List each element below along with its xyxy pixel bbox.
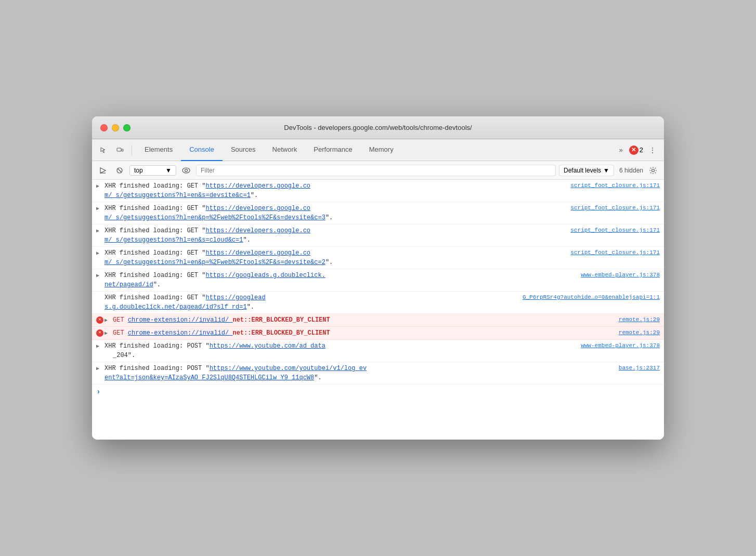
svg-marker-2 [100, 168, 106, 173]
log-message: XHR finished loading: GET "https://devel… [105, 204, 566, 222]
log-entry: ▶ XHR finished loading: GET "https://goo… [92, 269, 664, 292]
tab-sources[interactable]: Sources [223, 139, 264, 161]
console-prompt[interactable]: › [92, 385, 664, 399]
tab-console[interactable]: Console [181, 139, 223, 161]
get-label: GET [113, 316, 124, 324]
expand-icon[interactable]: ▶ [96, 342, 99, 350]
log-source[interactable]: remote.js:29 [619, 315, 660, 324]
maximize-button[interactable] [123, 124, 131, 131]
console-toolbar: top ▼ Default levels ▼ 6 hidden [92, 161, 664, 180]
xhr-link[interactable]: https://googleads.g.doubleclick.net/page… [105, 272, 325, 288]
tab-performance[interactable]: Performance [305, 139, 360, 161]
log-source[interactable]: www-embed-player.js:378 [581, 341, 660, 350]
device-icon [116, 147, 124, 154]
tab-bar: Elements Console Sources Network Perform… [136, 139, 613, 161]
error-circle-icon: ✕ [629, 145, 638, 155]
log-entry-error: ✕ ▶ GET chrome-extension://invalid/ net:… [92, 314, 664, 327]
block-icon [116, 167, 123, 174]
filter-input[interactable] [196, 165, 556, 176]
expand-icon[interactable]: ▶ [96, 227, 99, 235]
toolbar-end: ✕ 2 ⋮ [629, 143, 660, 157]
expand-icon[interactable]: ▶ [96, 272, 99, 280]
devtools-window: DevTools - developers.google.com/web/too… [92, 116, 664, 440]
error-text: net::ERR_BLOCKED_BY_CLIENT [232, 329, 330, 337]
error-text: net::ERR_BLOCKED_BY_CLIENT [232, 316, 330, 324]
log-source[interactable]: script_foot_closure.js:171 [570, 204, 660, 213]
error-count-area: ✕ 2 [629, 145, 643, 155]
log-source[interactable]: script_foot_closure.js:171 [570, 248, 660, 257]
log-entry-error: ✕ ▶ GET chrome-extension://invalid/ net:… [92, 327, 664, 340]
svg-rect-0 [117, 148, 121, 151]
log-entry: ▶ XHR finished loading: GET "https://dev… [92, 247, 664, 269]
log-message: XHR finished loading: POST "https://www.… [105, 364, 615, 382]
xhr-link[interactable]: https://googleads.g.doubleclick.net/page… [105, 294, 266, 311]
log-source[interactable]: script_foot_closure.js:171 [570, 226, 660, 235]
tab-overflow-button[interactable]: » [615, 139, 627, 161]
log-level-selector[interactable]: Default levels ▼ [559, 165, 614, 176]
console-settings-button[interactable] [646, 164, 660, 177]
get-link[interactable]: chrome-extension://invalid/ [128, 329, 233, 337]
svg-rect-1 [122, 149, 123, 151]
expand-icon[interactable]: ▶ [96, 205, 99, 213]
log-source[interactable]: script_foot_closure.js:171 [570, 181, 660, 190]
log-entry: ▶ XHR finished loading: GET "https://dev… [92, 202, 664, 224]
log-message: XHR finished loading: GET "https://devel… [105, 181, 566, 200]
log-entry: XHR finished loading: GET "https://googl… [92, 292, 664, 314]
error-icon: ✕ [96, 329, 103, 337]
log-message: XHR finished loading: GET "https://googl… [105, 293, 518, 312]
error-icon: ✕ [96, 316, 103, 324]
log-source[interactable]: G_P6rpRSr4g?autohide…o=0&enablejsapi=1:1 [523, 293, 660, 302]
get-link[interactable]: chrome-extension://invalid/ [128, 316, 233, 324]
log-source[interactable]: base.js:2317 [619, 364, 660, 373]
tab-memory[interactable]: Memory [361, 139, 402, 161]
toolbar-divider [132, 145, 132, 155]
svg-point-8 [652, 169, 655, 171]
log-source[interactable]: www-embed-player.js:378 [581, 271, 660, 280]
devtools-toolbar: Elements Console Sources Network Perform… [92, 139, 664, 161]
log-entry: ▶ XHR finished loading: GET "https://dev… [92, 180, 664, 202]
log-message: XHR finished loading: POST "https://www.… [105, 341, 577, 360]
log-message: XHR finished loading: GET "https://devel… [105, 226, 566, 245]
xhr-link[interactable]: https://developers.google.com/_s/getsugg… [105, 182, 310, 199]
more-options-button[interactable]: ⋮ [645, 143, 660, 157]
error-count: 2 [640, 146, 643, 154]
xhr-link[interactable]: https://developers.google.com/_s/getsugg… [105, 249, 325, 266]
device-toolbar-button[interactable] [113, 143, 127, 157]
window-title: DevTools - developers.google.com/web/too… [284, 124, 472, 131]
expand-icon[interactable]: ▶ [96, 249, 99, 257]
traffic-lights [100, 124, 131, 131]
expand-icon[interactable]: ▶ [96, 365, 99, 373]
log-entry: ▶ XHR finished loading: GET "https://dev… [92, 224, 664, 247]
console-output: ▶ XHR finished loading: GET "https://dev… [92, 180, 664, 440]
expand-icon[interactable]: ▶ [105, 329, 108, 337]
xhr-link[interactable]: https://developers.google.com/_s/getsugg… [105, 227, 310, 244]
svg-point-6 [183, 168, 190, 173]
expand-icon[interactable]: ▶ [96, 182, 99, 190]
log-message: GET chrome-extension://invalid/ net::ERR… [113, 315, 615, 325]
tab-network[interactable]: Network [264, 139, 306, 161]
inspect-element-button[interactable] [96, 143, 111, 157]
log-message: GET chrome-extension://invalid/ net::ERR… [113, 328, 615, 338]
clear-console-button[interactable] [113, 164, 126, 177]
xhr-link[interactable]: https://www.youtube.com/ad_data [210, 342, 325, 350]
xhr-link[interactable]: https://developers.google.com/_s/getsugg… [105, 205, 325, 221]
hidden-count: 6 hidden [619, 167, 643, 174]
gear-icon [649, 166, 657, 175]
context-dropdown-icon: ▼ [165, 167, 172, 174]
titlebar: DevTools - developers.google.com/web/too… [92, 116, 664, 139]
log-message: XHR finished loading: GET "https://devel… [105, 248, 566, 267]
eye-icon-button[interactable] [179, 164, 193, 177]
level-dropdown-icon: ▼ [603, 167, 609, 174]
minimize-button[interactable] [112, 124, 119, 131]
context-selector[interactable]: top ▼ [129, 165, 176, 176]
execute-script-button[interactable] [96, 164, 110, 177]
tab-elements[interactable]: Elements [136, 139, 181, 161]
expand-icon[interactable]: ▶ [105, 316, 108, 324]
log-source[interactable]: remote.js:29 [619, 328, 660, 337]
close-button[interactable] [100, 124, 108, 131]
log-entry: ▶ XHR finished loading: POST "https://ww… [92, 362, 664, 385]
prompt-caret: › [96, 388, 100, 396]
xhr-link[interactable]: https://www.youtube.com/youtubei/v1/log_… [105, 365, 367, 381]
svg-line-5 [118, 168, 122, 172]
log-message: XHR finished loading: GET "https://googl… [105, 271, 577, 289]
